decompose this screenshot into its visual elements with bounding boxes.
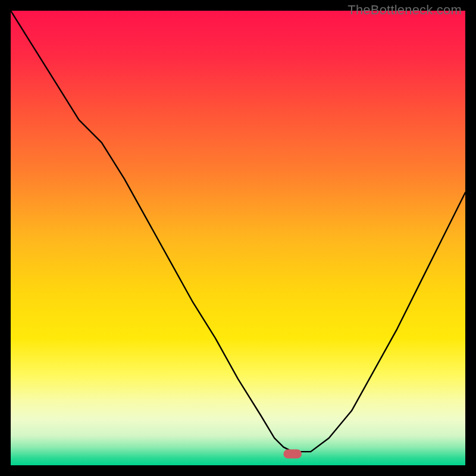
optimal-marker [283,449,302,458]
chart-svg [11,11,465,465]
watermark-text: TheBottleneck.com [347,2,462,18]
chart-frame: TheBottleneck.com [0,0,476,476]
plot-area [11,11,465,465]
gradient-background [11,11,465,465]
